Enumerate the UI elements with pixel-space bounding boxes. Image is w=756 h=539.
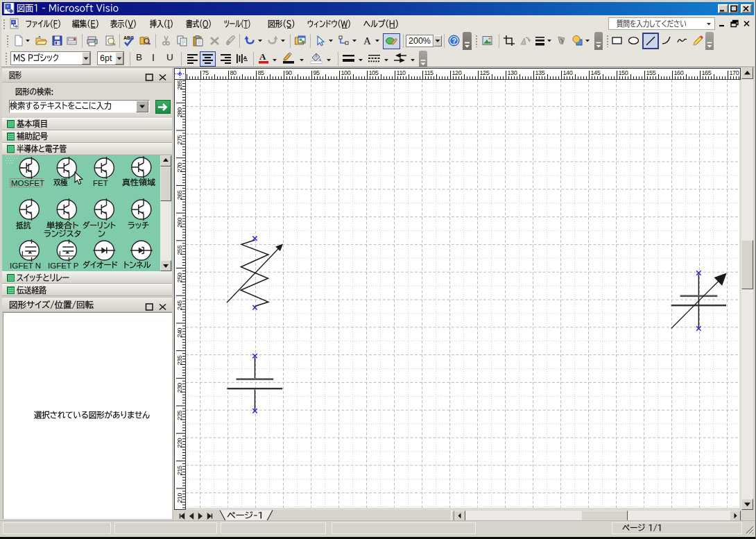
svg-text:275: 275	[176, 135, 183, 144]
svg-text:135: 135	[535, 69, 545, 76]
svg-text:220: 220	[176, 438, 183, 447]
svg-text:155: 155	[646, 69, 656, 76]
svg-text:270: 270	[176, 162, 183, 172]
svg-text:210: 210	[176, 493, 183, 503]
svg-text:90: 90	[286, 69, 293, 76]
svg-text:110: 110	[397, 69, 406, 76]
svg-text:240: 240	[176, 327, 183, 337]
svg-text:85: 85	[258, 69, 265, 76]
svg-text:230: 230	[176, 383, 183, 393]
svg-text:280: 280	[176, 108, 183, 117]
svg-text:145: 145	[591, 69, 601, 76]
svg-text:?: ?	[452, 37, 456, 45]
svg-text:120: 120	[452, 69, 462, 76]
svg-text:80: 80	[230, 69, 237, 76]
svg-text:165: 165	[702, 69, 712, 76]
svg-text:105: 105	[369, 69, 379, 76]
svg-text:235: 235	[176, 355, 183, 365]
svg-text:125: 125	[480, 69, 490, 76]
svg-text:95: 95	[313, 69, 320, 76]
svg-text:A: A	[259, 52, 266, 62]
svg-text:265: 265	[176, 190, 183, 200]
svg-text:130: 130	[508, 69, 517, 76]
svg-text:245: 245	[176, 300, 183, 310]
svg-text:140: 140	[563, 69, 573, 76]
svg-text:A: A	[243, 55, 248, 61]
svg-text:170: 170	[730, 69, 739, 76]
svg-text:160: 160	[674, 69, 684, 76]
svg-text:215: 215	[176, 465, 183, 475]
svg-text:225: 225	[176, 410, 183, 420]
svg-text:A: A	[363, 35, 371, 46]
svg-text:100: 100	[341, 69, 351, 76]
svg-text:260: 260	[176, 218, 183, 228]
svg-text:115: 115	[424, 69, 434, 76]
svg-text:250: 250	[176, 273, 183, 282]
svg-text:75: 75	[203, 69, 209, 76]
svg-text:255: 255	[176, 245, 183, 255]
svg-text:150: 150	[619, 69, 628, 76]
svg-text:285: 285	[176, 80, 183, 89]
